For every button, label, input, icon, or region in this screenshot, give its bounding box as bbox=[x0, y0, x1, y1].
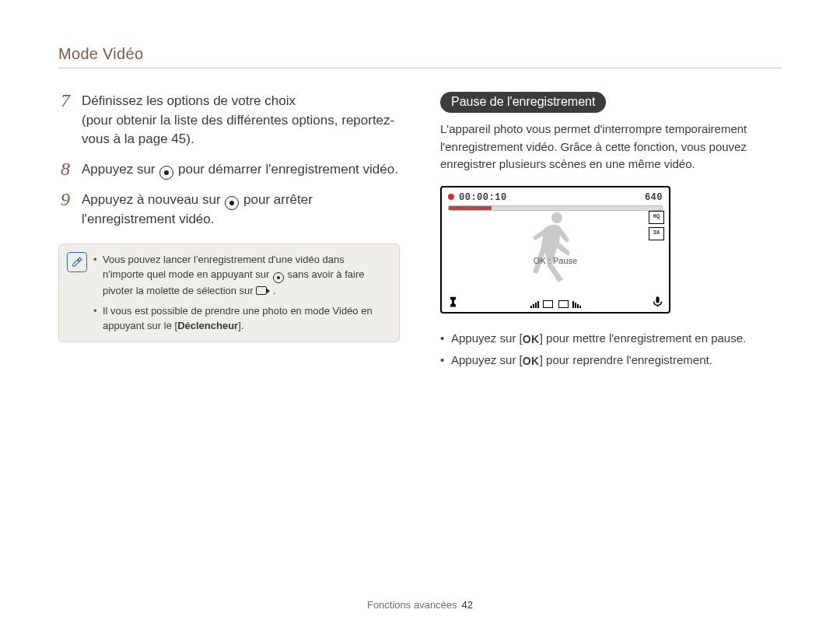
step-number: 8 bbox=[58, 159, 72, 178]
section-pill: Pause de l'enregistrement bbox=[440, 92, 606, 113]
microphone-icon bbox=[651, 295, 664, 308]
lcd-top-bar: 00:00:10 640 bbox=[448, 192, 663, 203]
right-bullet-list: Appuyez sur [OK] pour mettre l'enregistr… bbox=[440, 328, 782, 371]
step-8: 8 Appuyez sur pour démarrer l'enregistre… bbox=[58, 160, 400, 180]
list-item: Appuyez sur [OK] pour mettre l'enregistr… bbox=[440, 328, 782, 349]
rec-timer: 00:00:10 bbox=[448, 192, 507, 203]
footer-section: Fonctions avancées bbox=[367, 599, 457, 611]
right-column: Pause de l'enregistrement L'appareil pho… bbox=[440, 92, 782, 371]
shutter-label: Déclencheur bbox=[177, 320, 238, 331]
note-list: Vous pouvez lancer l'enregistrement d'un… bbox=[93, 252, 388, 334]
text: pour démarrer l'enregistrement vidéo. bbox=[178, 162, 398, 177]
text: ]. bbox=[238, 320, 243, 331]
step-text-a: Définissez les options de votre choix bbox=[82, 93, 296, 108]
step-text-b: (pour obtenir la liste des différentes o… bbox=[82, 113, 394, 147]
text: Appuyez sur [ bbox=[451, 353, 523, 366]
page-title: Mode Vidéo bbox=[58, 45, 782, 68]
audio-level-meter bbox=[530, 299, 581, 308]
ok-button-label: OK bbox=[523, 330, 540, 349]
stabilizer-icon bbox=[446, 295, 460, 308]
record-button-icon bbox=[273, 272, 284, 283]
video-mode-icon bbox=[256, 286, 270, 295]
resolution-label: 640 bbox=[645, 192, 663, 203]
lcd-scene bbox=[442, 203, 669, 292]
recording-indicator-icon bbox=[448, 194, 454, 200]
page-number: 42 bbox=[462, 599, 473, 611]
timer-value: 00:00:10 bbox=[459, 192, 507, 203]
step-text: Définissez les options de votre choix (p… bbox=[82, 92, 400, 149]
step-9: 9 Appuyez à nouveau sur pour arrêter l'e… bbox=[58, 191, 400, 229]
content-columns: 7 Définissez les options de votre choix … bbox=[58, 92, 782, 371]
step-number: 9 bbox=[58, 190, 72, 208]
left-column: 7 Définissez les options de votre choix … bbox=[58, 92, 400, 371]
text: ] pour reprendre l'enregistrement. bbox=[540, 353, 712, 366]
step-text: Appuyez sur pour démarrer l'enregistreme… bbox=[82, 160, 400, 180]
pencil-icon bbox=[72, 257, 82, 268]
lcd-ok-hint: OK : Pause bbox=[534, 256, 577, 265]
record-button-icon bbox=[159, 166, 173, 180]
meter-right-label bbox=[558, 300, 569, 308]
text: . bbox=[273, 285, 276, 296]
manual-page: Mode Vidéo 7 Définissez les options de v… bbox=[0, 0, 840, 634]
ok-button-label: OK bbox=[523, 352, 540, 371]
note-item: Vous pouvez lancer l'enregistrement d'un… bbox=[93, 252, 388, 299]
meter-left-label bbox=[543, 300, 553, 308]
page-footer: Fonctions avancées42 bbox=[0, 599, 840, 611]
note-item: Il vous est possible de prendre une phot… bbox=[93, 303, 388, 334]
lcd-bottom-bar bbox=[446, 295, 664, 308]
list-item: Appuyez sur [OK] pour reprendre l'enregi… bbox=[440, 349, 782, 371]
note-box: Vous pouvez lancer l'enregistrement d'un… bbox=[58, 243, 400, 342]
step-7: 7 Définissez les options de votre choix … bbox=[58, 92, 400, 149]
dancer-silhouette-icon bbox=[516, 206, 594, 292]
step-number: 7 bbox=[58, 91, 72, 110]
note-icon bbox=[67, 252, 87, 272]
text: Appuyez sur [ bbox=[451, 331, 523, 345]
text: Appuyez sur bbox=[82, 162, 159, 177]
step-text: Appuyez à nouveau sur pour arrêter l'enr… bbox=[82, 191, 400, 229]
text: ] pour mettre l'enregistrement en pause. bbox=[540, 331, 747, 345]
intro-paragraph: L'appareil photo vous permet d'interromp… bbox=[440, 121, 782, 173]
text: Appuyez à nouveau sur bbox=[82, 192, 224, 207]
record-button-icon bbox=[225, 196, 239, 210]
camera-lcd-illustration: 00:00:10 640 HQ 30 OK : Pause bbox=[440, 186, 670, 313]
